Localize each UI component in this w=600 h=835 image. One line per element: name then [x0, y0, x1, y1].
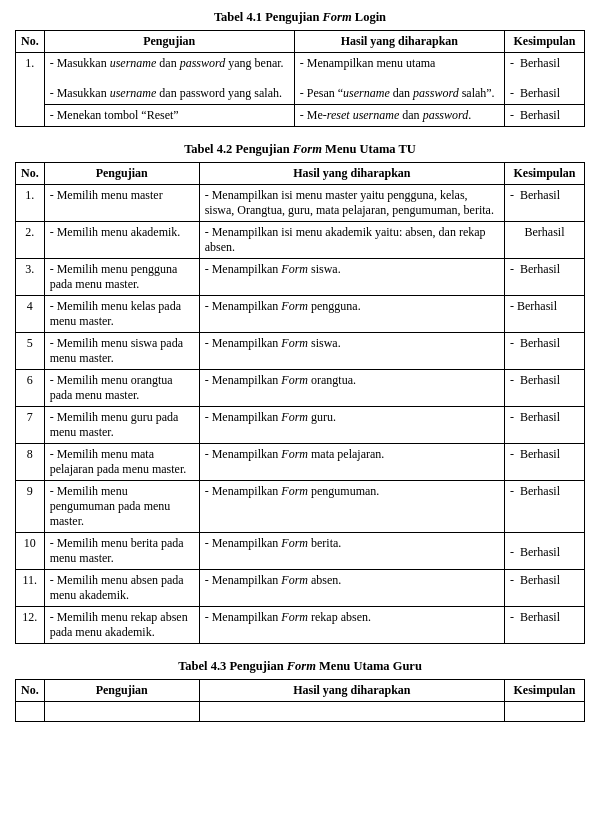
table-row: 8 - Memilih menu mata pelajaran pada men… — [16, 444, 585, 481]
table2-title: Tabel 4.2 Pengujian Form Menu Utama TU — [15, 142, 585, 157]
table1-row1-pengujian: - Masukkan username dan password yang be… — [44, 53, 294, 105]
t3-empty-no — [16, 702, 45, 722]
t3-empty-hasil — [199, 702, 504, 722]
t2r4-pengujian: - Memilih menu kelas pada menu master. — [44, 296, 199, 333]
table1-row2-pengujian: - Menekan tombol “Reset” — [44, 105, 294, 127]
table-row: 4 - Memilih menu kelas pada menu master.… — [16, 296, 585, 333]
table3-header-no: No. — [16, 680, 45, 702]
table3-header-kesimpulan: Kesimpulan — [505, 680, 585, 702]
t2r8-hasil: - Menampilkan Form mata pelajaran. — [199, 444, 504, 481]
t2r11-pengujian: - Memilih menu absen pada menu akademik. — [44, 570, 199, 607]
table3-title: Tabel 4.3 Pengujian Form Menu Utama Guru — [15, 659, 585, 674]
table-row: 5 - Memilih menu siswa pada menu master.… — [16, 333, 585, 370]
t2r8-no: 8 — [16, 444, 45, 481]
t2r9-pengujian: - Memilih menu pengumuman pada menu mast… — [44, 481, 199, 533]
table-row: 1. - Memilih menu master - Menampilkan i… — [16, 185, 585, 222]
table1-header-kesimpulan: Kesimpulan — [505, 31, 585, 53]
t3-empty-kesimpulan — [505, 702, 585, 722]
t2r10-kesimpulan: - Berhasil — [505, 533, 585, 570]
t2r11-kesimpulan: - Berhasil — [505, 570, 585, 607]
t2r5-hasil: - Menampilkan Form siswa. — [199, 333, 504, 370]
t2r10-hasil: - Menampilkan Form berita. — [199, 533, 504, 570]
t2r12-kesimpulan: - Berhasil — [505, 607, 585, 644]
t3-empty-pengujian — [44, 702, 199, 722]
table1-row2-hasil: - Me-reset username dan password. — [294, 105, 504, 127]
t2r6-hasil: - Menampilkan Form orangtua. — [199, 370, 504, 407]
t2r4-kesimpulan: - Berhasil — [505, 296, 585, 333]
table2-header-pengujian: Pengujian — [44, 163, 199, 185]
t2r2-hasil: - Menampilkan isi menu akademik yaitu: a… — [199, 222, 504, 259]
t2r12-no: 12. — [16, 607, 45, 644]
t2r10-no: 10 — [16, 533, 45, 570]
t2r2-no: 2. — [16, 222, 45, 259]
t2r7-no: 7 — [16, 407, 45, 444]
table-row: 6 - Memilih menu orangtua pada menu mast… — [16, 370, 585, 407]
table-row: 7 - Memilih menu guru pada menu master. … — [16, 407, 585, 444]
table1-row2-kesimpulan: - Berhasil — [505, 105, 585, 127]
t2r8-pengujian: - Memilih menu mata pelajaran pada menu … — [44, 444, 199, 481]
table1-row1-kesimpulan: - Berhasil - Berhasil — [505, 53, 585, 105]
table-row: 3. - Memilih menu pengguna pada menu mas… — [16, 259, 585, 296]
table-row — [16, 702, 585, 722]
table2-header-hasil: Hasil yang diharapkan — [199, 163, 504, 185]
t2r10-pengujian: - Memilih menu berita pada menu master. — [44, 533, 199, 570]
t2r11-hasil: - Menampilkan Form absen. — [199, 570, 504, 607]
t2r2-kesimpulan: Berhasil — [505, 222, 585, 259]
t2r9-kesimpulan: - Berhasil — [505, 481, 585, 533]
table1-row1-no: 1. — [16, 53, 45, 127]
t2r11-no: 11. — [16, 570, 45, 607]
table3-header-pengujian: Pengujian — [44, 680, 199, 702]
table2-header-no: No. — [16, 163, 45, 185]
t2r3-no: 3. — [16, 259, 45, 296]
table2: No. Pengujian Hasil yang diharapkan Kesi… — [15, 162, 585, 644]
t2r5-pengujian: - Memilih menu siswa pada menu master. — [44, 333, 199, 370]
table1-header-no: No. — [16, 31, 45, 53]
t2r12-hasil: - Menampilkan Form rekap absen. — [199, 607, 504, 644]
t2r7-pengujian: - Memilih menu guru pada menu master. — [44, 407, 199, 444]
table3: No. Pengujian Hasil yang diharapkan Kesi… — [15, 679, 585, 722]
t2r3-kesimpulan: - Berhasil — [505, 259, 585, 296]
t2r7-hasil: - Menampilkan Form guru. — [199, 407, 504, 444]
t2r9-no: 9 — [16, 481, 45, 533]
t2r1-hasil: - Menampilkan isi menu master yaitu peng… — [199, 185, 504, 222]
t2r6-no: 6 — [16, 370, 45, 407]
table1-row1-hasil: - Menampilkan menu utama - Pesan “userna… — [294, 53, 504, 105]
t2r6-kesimpulan: - Berhasil — [505, 370, 585, 407]
table3-header-hasil: Hasil yang diharapkan — [199, 680, 504, 702]
table-row: 2. - Memilih menu akademik. - Menampilka… — [16, 222, 585, 259]
table-row: 10 - Memilih menu berita pada menu maste… — [16, 533, 585, 570]
t2r5-no: 5 — [16, 333, 45, 370]
table-row: 9 - Memilih menu pengumuman pada menu ma… — [16, 481, 585, 533]
table1: No. Pengujian Hasil yang diharapkan Kesi… — [15, 30, 585, 127]
t2r1-pengujian: - Memilih menu master — [44, 185, 199, 222]
t2r4-hasil: - Menampilkan Form pengguna. — [199, 296, 504, 333]
t2r3-pengujian: - Memilih menu pengguna pada menu master… — [44, 259, 199, 296]
t2r4-no: 4 — [16, 296, 45, 333]
table-row: 12. - Memilih menu rekap absen pada menu… — [16, 607, 585, 644]
table-row: 11. - Memilih menu absen pada menu akade… — [16, 570, 585, 607]
t2r1-kesimpulan: - Berhasil — [505, 185, 585, 222]
table1-header-hasil: Hasil yang diharapkan — [294, 31, 504, 53]
t2r6-pengujian: - Memilih menu orangtua pada menu master… — [44, 370, 199, 407]
t2r9-hasil: - Menampilkan Form pengumuman. — [199, 481, 504, 533]
t2r2-pengujian: - Memilih menu akademik. — [44, 222, 199, 259]
table1-title: Tabel 4.1 Pengujian Form Login — [15, 10, 585, 25]
table2-header-kesimpulan: Kesimpulan — [505, 163, 585, 185]
t2r3-hasil: - Menampilkan Form siswa. — [199, 259, 504, 296]
t2r5-kesimpulan: - Berhasil — [505, 333, 585, 370]
t2r12-pengujian: - Memilih menu rekap absen pada menu aka… — [44, 607, 199, 644]
t2r8-kesimpulan: - Berhasil — [505, 444, 585, 481]
t2r7-kesimpulan: - Berhasil — [505, 407, 585, 444]
table-row: 1. - Masukkan username dan password yang… — [16, 53, 585, 105]
table-row: - Menekan tombol “Reset” - Me-reset user… — [16, 105, 585, 127]
t2r1-no: 1. — [16, 185, 45, 222]
table1-header-pengujian: Pengujian — [44, 31, 294, 53]
